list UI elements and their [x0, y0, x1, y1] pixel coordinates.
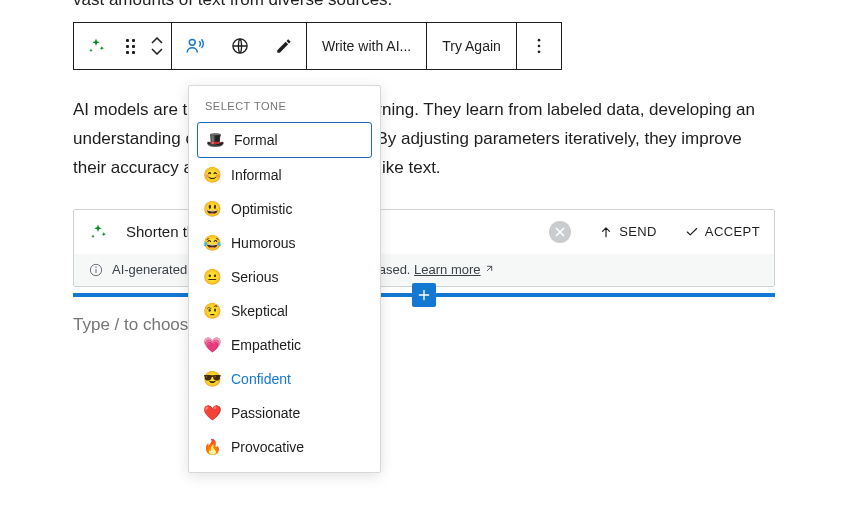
svg-rect-7 [95, 269, 96, 273]
accept-button[interactable]: ACCEPT [685, 224, 760, 239]
add-block-button[interactable] [412, 283, 436, 307]
try-again-button[interactable]: Try Again [427, 23, 516, 69]
tone-label: Provocative [231, 439, 304, 455]
svg-point-6 [95, 266, 96, 267]
svg-point-4 [538, 51, 541, 54]
tone-option-optimistic[interactable]: 😃Optimistic [189, 192, 380, 226]
tone-emoji: 😐 [203, 268, 221, 286]
learn-more-text: Learn more [414, 262, 480, 277]
tone-label: Formal [234, 132, 278, 148]
voice-icon-button[interactable] [172, 23, 218, 69]
tone-emoji: 😊 [203, 166, 221, 184]
empty-block-placeholder[interactable]: Type / to choose a block [73, 315, 775, 335]
tone-option-formal[interactable]: 🎩Formal [197, 122, 372, 158]
tone-label: Skeptical [231, 303, 288, 319]
tone-emoji: 😂 [203, 234, 221, 252]
more-options-button[interactable] [517, 23, 561, 69]
ai-disclaimer-row: AI-generated content could be inaccurate… [74, 254, 774, 286]
svg-point-0 [189, 39, 195, 45]
tone-option-informal[interactable]: 😊Informal [189, 158, 380, 192]
tone-dropdown: SELECT TONE 🎩Formal😊Informal😃Optimistic😂… [188, 85, 381, 473]
drag-handle[interactable] [118, 23, 143, 69]
tone-dropdown-header: SELECT TONE [189, 86, 380, 122]
clear-prompt-button[interactable] [549, 221, 571, 243]
tone-emoji: 🎩 [206, 131, 224, 149]
truncated-top-line: vast amounts of text from diverse source… [73, 0, 775, 10]
tone-option-skeptical[interactable]: 🤨Skeptical [189, 294, 380, 328]
insertion-indicator [73, 293, 775, 297]
send-label: SEND [619, 224, 657, 239]
move-up-down[interactable] [143, 23, 171, 69]
tone-emoji: 🤨 [203, 302, 221, 320]
tone-label: Empathetic [231, 337, 301, 353]
block-toolbar: Write with AI... Try Again [73, 22, 562, 70]
tone-label: Informal [231, 167, 282, 183]
tone-emoji: 😎 [203, 370, 221, 388]
accept-label: ACCEPT [705, 224, 760, 239]
svg-point-2 [538, 39, 541, 42]
write-with-ai-button[interactable]: Write with AI... [307, 23, 426, 69]
ai-prompt-box: Shorten the content SEND ACCEPT [73, 209, 775, 287]
paragraph-block[interactable]: AI models are trained using machine lear… [73, 95, 775, 183]
tone-option-confident[interactable]: 😎Confident [189, 362, 380, 396]
tone-label: Passionate [231, 405, 300, 421]
ai-sparkles-button[interactable] [74, 23, 118, 69]
learn-more-link[interactable]: Learn more [414, 262, 493, 277]
send-button[interactable]: SEND [599, 224, 657, 239]
tone-emoji: 🔥 [203, 438, 221, 456]
tone-option-serious[interactable]: 😐Serious [189, 260, 380, 294]
svg-point-3 [538, 45, 541, 48]
tone-label: Humorous [231, 235, 296, 251]
globe-icon-button[interactable] [218, 23, 262, 69]
tone-label: Confident [231, 371, 291, 387]
tone-option-passionate[interactable]: ❤️Passionate [189, 396, 380, 430]
tone-emoji: 😃 [203, 200, 221, 218]
edit-pencil-button[interactable] [262, 23, 306, 69]
tone-emoji: ❤️ [203, 404, 221, 422]
info-icon [88, 262, 104, 278]
tone-label: Optimistic [231, 201, 292, 217]
tone-option-provocative[interactable]: 🔥Provocative [189, 430, 380, 464]
tone-option-humorous[interactable]: 😂Humorous [189, 226, 380, 260]
tone-option-empathetic[interactable]: 💗Empathetic [189, 328, 380, 362]
ai-sparkles-icon [88, 222, 108, 242]
tone-emoji: 💗 [203, 336, 221, 354]
tone-label: Serious [231, 269, 278, 285]
